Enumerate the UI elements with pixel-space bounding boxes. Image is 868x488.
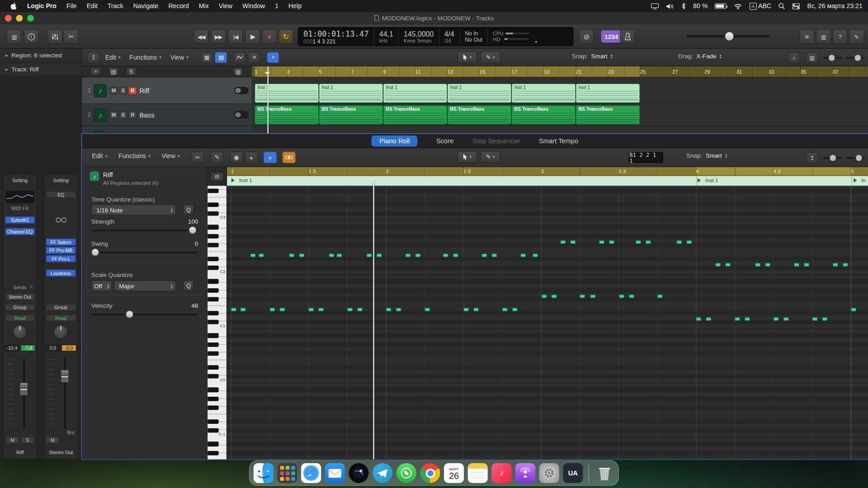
plugin-slot-ff-pro-mb[interactable]: FF Pro-MB	[46, 247, 76, 254]
tab-smart-tempo[interactable]: Smart Tempo	[539, 137, 578, 145]
lane-region-2[interactable]: Inst 1	[698, 177, 718, 183]
midi-note[interactable]	[696, 317, 701, 321]
midi-note[interactable]	[415, 253, 420, 258]
count-in-badge[interactable]: 1234	[601, 30, 622, 42]
global-solo-button[interactable]: S	[126, 67, 136, 75]
go-to-beginning-button[interactable]: |◀	[228, 29, 243, 44]
midi-note[interactable]	[269, 308, 275, 312]
menu-bar-clock[interactable]: Вс, 26 марта 23:21	[807, 3, 863, 9]
midi-note[interactable]	[715, 263, 721, 267]
close-button[interactable]	[5, 15, 12, 22]
midi-note[interactable]	[367, 253, 372, 258]
time-quantize-select[interactable]: 1/16 Note ▴▾	[91, 205, 176, 215]
midi-region[interactable]: BS TranceBass	[255, 105, 319, 125]
midi-note[interactable]	[502, 308, 508, 312]
midi-note[interactable]	[299, 253, 304, 258]
editor-playhead[interactable]	[373, 176, 374, 459]
midi-note[interactable]	[289, 253, 294, 258]
editor-ruler[interactable]: 11 322 333 344 35	[227, 167, 868, 176]
tab-piano-roll[interactable]: Piano Roll	[372, 135, 417, 146]
capture-recording-button[interactable]: ●	[245, 152, 258, 164]
master-volume-slider[interactable]	[686, 35, 769, 38]
forward-button[interactable]: ▶▶	[211, 29, 226, 44]
eq-slot[interactable]: EQ	[46, 191, 76, 198]
midi-note[interactable]	[443, 253, 448, 258]
midi-note[interactable]	[240, 308, 245, 312]
plugin-slot-ff-pro-l[interactable]: FF Pro-L	[46, 255, 76, 262]
dock-planet-app[interactable]	[349, 463, 368, 483]
horizontal-zoom-slider[interactable]	[823, 57, 842, 59]
track-header-config-button[interactable]: ▥	[233, 67, 243, 75]
velocity-slider[interactable]	[91, 314, 198, 315]
catch-playhead-button[interactable]: ↥	[87, 52, 99, 62]
arrange-edit-menu[interactable]: Edit▾	[101, 54, 125, 61]
midi-region[interactable]: BS TranceBass	[319, 105, 383, 125]
cycle-button[interactable]: ↻	[278, 29, 293, 44]
pan-knob[interactable]	[13, 325, 27, 339]
menu-edit[interactable]: Edit	[82, 0, 103, 12]
midi-note[interactable]	[590, 294, 595, 298]
library-button[interactable]: ▥	[7, 29, 22, 44]
midi-note[interactable]	[657, 294, 662, 298]
mute-button[interactable]: M	[109, 87, 118, 94]
midi-note[interactable]	[308, 308, 314, 312]
piano-key-black[interactable]	[208, 320, 219, 324]
stepper-icon[interactable]: ▴▾	[611, 53, 613, 59]
midi-region[interactable]: BS TranceBass	[447, 105, 511, 125]
piano-key-black[interactable]	[208, 388, 219, 392]
track-stack-button[interactable]: ▤	[108, 67, 118, 75]
arrange-ruler[interactable]: 135791113151719212325272931333537	[252, 66, 868, 77]
piano-key-black[interactable]	[208, 211, 219, 216]
record-button[interactable]: ●	[262, 29, 277, 44]
swing-knob[interactable]	[91, 249, 99, 256]
midi-note[interactable]	[794, 263, 799, 267]
piano-key-black[interactable]	[208, 225, 219, 230]
midi-note[interactable]	[804, 263, 809, 267]
editors-button[interactable]: ✂	[64, 29, 79, 44]
metronome-button[interactable]	[620, 29, 635, 44]
mute-button[interactable]: M	[109, 111, 118, 119]
velocity-knob[interactable]	[126, 310, 133, 318]
midi-note[interactable]	[570, 240, 576, 244]
mute-button[interactable]: M	[46, 436, 59, 444]
tab-score[interactable]: Score	[436, 137, 453, 145]
solo-button[interactable]: S	[119, 87, 127, 94]
strength-slider[interactable]	[91, 230, 198, 231]
midi-region[interactable]: Inst 1	[576, 84, 640, 103]
piano-key-black[interactable]	[208, 343, 219, 347]
midi-note[interactable]	[542, 294, 547, 298]
arrange-view-menu[interactable]: View▾	[166, 54, 193, 61]
setting-button[interactable]: Setting	[44, 178, 77, 183]
piano-keyboard[interactable]: C3C2C1C0C-1	[208, 186, 226, 459]
drag-menu[interactable]: Drag: X-Fade ▴▾	[678, 52, 722, 59]
automation-mode-slot[interactable]: Read	[46, 314, 76, 322]
strip-name[interactable]: Riff	[3, 450, 36, 455]
region-lane[interactable]: Inst 1 Inst 1 In	[227, 176, 868, 186]
volume-icon[interactable]	[666, 3, 674, 9]
midi-note[interactable]	[473, 308, 479, 312]
piano-octave[interactable]: C2	[208, 221, 226, 275]
list-editors-button[interactable]: ≡	[799, 29, 814, 44]
catch-playhead-button[interactable]: ↥	[806, 152, 818, 163]
region-inspector-header[interactable]: ▸ Region: 6 selected	[0, 49, 81, 63]
auto-track-zoom-button[interactable]: ▥	[806, 52, 818, 63]
play-button[interactable]: ▶	[245, 29, 260, 44]
lcd-options-chevron-icon[interactable]: ▾	[535, 39, 537, 44]
split-tool-button[interactable]: ✂	[191, 152, 204, 164]
midi-note[interactable]	[481, 253, 487, 258]
eq-thumbnail[interactable]	[5, 191, 34, 203]
plugin-slot-sylenth1[interactable]: Sylenth1	[5, 216, 35, 224]
link-button[interactable]	[282, 152, 295, 164]
midi-note[interactable]	[329, 253, 334, 258]
menu-view[interactable]: View	[214, 0, 237, 12]
automation-button[interactable]	[234, 52, 246, 62]
pan-knob[interactable]	[54, 325, 68, 339]
crossfade-tool-button[interactable]: ✕	[248, 52, 260, 62]
plugin-slot-loudness[interactable]: Loudness	[46, 269, 76, 277]
midi-note[interactable]	[833, 263, 838, 267]
piano-key-black[interactable]	[208, 311, 219, 315]
editor-left-click-tool-menu[interactable]: ▾	[457, 151, 477, 163]
inspector-button[interactable]: i	[24, 29, 39, 44]
vertical-zoom-slider[interactable]	[846, 157, 865, 159]
dock-settings[interactable]	[539, 463, 559, 483]
